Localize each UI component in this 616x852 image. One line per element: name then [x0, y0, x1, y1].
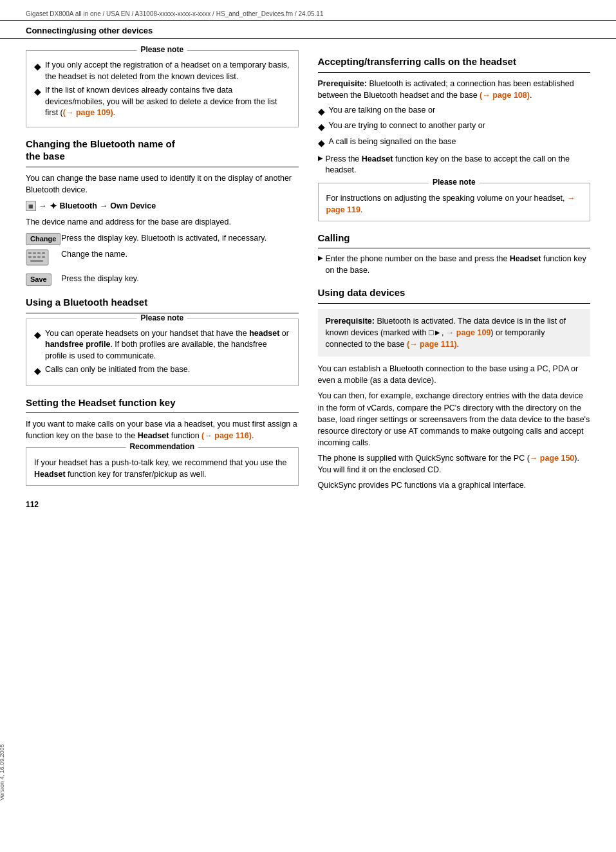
headset-note-content: ◆ You can operate headsets on your hands… [34, 324, 290, 378]
using-data-heading: Using data devices [318, 286, 591, 299]
rec-content: If your headset has a push-to-talk key, … [34, 453, 290, 480]
sep-right-1 [318, 72, 591, 73]
right-item-3: ◆ A call is being signalled on the base [318, 136, 591, 150]
sep-right-2 [318, 248, 591, 248]
action-desc-2: Change the name. [61, 249, 299, 261]
right-item-1: ◆ You are talking on the base or [318, 105, 591, 118]
recommendation-box: Recommendation If your headset has a pus… [26, 447, 299, 486]
calling-heading: Calling [318, 232, 591, 245]
right-please-note-content: For instructions on adjusting the speaki… [326, 189, 583, 216]
please-note-content-1: ◆ If you only accept the registration of… [34, 56, 290, 119]
using-data-prereq-text: Prerequisite: Bluetooth is activated. Th… [326, 315, 583, 350]
setting-headset-heading: Setting the Headset function key [26, 396, 299, 409]
svg-rect-5 [28, 256, 32, 258]
headset-note-bullet-1: ◆ [34, 329, 41, 342]
page-container: Gigaset DX800A all in one / USA EN / A31… [0, 0, 616, 852]
section-title: Connecting/using other devices [26, 23, 153, 35]
setting-headset-section: Setting the Headset function key If you … [26, 396, 299, 486]
sep-right-3 [318, 303, 591, 304]
action-key-keyboard [26, 249, 61, 270]
note-item-2: ◆ If the list of known devices already c… [34, 85, 290, 119]
action-row-1: Change Press the display key. Bluetooth … [26, 233, 299, 245]
header-text: Gigaset DX800A all in one / USA EN / A31… [26, 10, 323, 17]
right-action-text-1: Press the Headset function key on the ba… [326, 154, 591, 176]
svg-rect-1 [28, 252, 32, 254]
action-desc-3: Press the display key. [61, 273, 299, 285]
triangle-bullet-2: ▶ [318, 254, 323, 263]
actions-table: Change Press the display key. Bluetooth … [26, 233, 299, 286]
headset-note-item-2: ◆ Calls can only be initiated from the b… [34, 364, 290, 378]
menu-icon: ▦ [26, 201, 36, 211]
using-data-body1: You can establish a Bluetooth connection… [318, 363, 591, 386]
bluetooth-symbol: ✦ [50, 201, 57, 211]
using-data-body2: You can then, for example, exchange dire… [318, 390, 591, 449]
using-headset-section: Using a Bluetooth headset Please note ◆ … [26, 296, 299, 386]
right-text-3: A call is being signalled on the base [329, 136, 456, 148]
calling-action-text: Enter the phone number on the base and p… [326, 254, 591, 276]
calling-section: Calling ▶ Enter the phone number on the … [318, 232, 591, 277]
right-text-2: You are trying to connect to another par… [329, 120, 485, 132]
right-please-note-title: Please note [429, 178, 480, 187]
page-header: Gigaset DX800A all in one / USA EN / A31… [0, 6, 616, 21]
nav-path: ▦ → ✦ Bluetooth → Own Device [26, 201, 299, 211]
accepting-prerequisite: Prerequisite: Bluetooth is activated; a … [318, 78, 591, 101]
right-please-note-body: For instructions on adjusting the speaki… [326, 192, 583, 216]
setting-headset-body: If you want to make calls on your base v… [26, 418, 299, 441]
headset-note-bullet-2: ◆ [34, 365, 41, 378]
svg-rect-6 [33, 256, 36, 258]
note-item-1: ◆ If you only accept the registration of… [34, 60, 290, 82]
changing-bluetooth-heading: Changing the Bluetooth name ofthe base [26, 138, 299, 163]
using-data-section: Using data devices Prerequisite: Bluetoo… [318, 286, 591, 491]
right-item-2: ◆ You are trying to connect to another p… [318, 120, 591, 134]
right-bullet-3: ◆ [318, 137, 325, 150]
rec-title: Recommendation [126, 442, 198, 451]
changing-bluetooth-section: Changing the Bluetooth name ofthe base Y… [26, 138, 299, 286]
svg-rect-3 [37, 252, 41, 254]
version-text: Version 4, 16.09.2005 [0, 744, 5, 801]
action-row-2: Change the name. [26, 249, 299, 270]
note-text-2: If the list of known devices already con… [45, 85, 290, 119]
triangle-bullet-1: ▶ [318, 154, 323, 163]
svg-rect-9 [30, 260, 43, 262]
note-text-1: If you only accept the registration of a… [45, 60, 290, 82]
headset-please-note-title: Please note [136, 313, 187, 322]
using-data-body3: The phone is supplied with QuickSync sof… [318, 452, 591, 476]
right-text-1: You are talking on the base or [329, 105, 436, 116]
action-key-save: Save [26, 273, 61, 286]
right-bullet-1: ◆ [318, 106, 325, 118]
using-data-prereq-box: Prerequisite: Bluetooth is activated. Th… [318, 309, 591, 357]
nav-bt-label: Bluetooth [60, 201, 97, 210]
nav-arrow-2: → [100, 201, 108, 210]
action-key-change: Change [26, 233, 61, 245]
svg-rect-4 [42, 252, 45, 254]
action-desc-1: Press the display key. Bluetooth is acti… [61, 233, 299, 245]
headset-note-text-1: You can operate headsets on your handset… [45, 328, 290, 362]
right-action-1: ▶ Press the Headset function key on the … [318, 154, 591, 176]
right-bullet-2: ◆ [318, 121, 325, 134]
accepting-calls-heading: Accepting/transferring calls on the head… [318, 55, 591, 68]
keyboard-icon [26, 249, 49, 266]
nav-desc: The device name and address for the base… [26, 216, 299, 228]
calling-action: ▶ Enter the phone number on the base and… [318, 254, 591, 276]
svg-rect-2 [33, 252, 36, 254]
changing-bluetooth-body: You can change the base name used to ide… [26, 172, 299, 196]
using-data-body4: QuickSync provides PC functions via a gr… [318, 479, 591, 491]
note-bullet-1: ◆ [34, 60, 41, 73]
right-please-note-box: Please note For instructions on adjustin… [318, 183, 591, 221]
left-column: Please note ◆ If you only accept the reg… [26, 45, 299, 495]
headset-note-item-1: ◆ You can operate headsets on your hands… [34, 328, 290, 362]
sep-3 [26, 412, 299, 413]
svg-rect-8 [42, 256, 45, 258]
content-area: Please note ◆ If you only accept the reg… [0, 45, 616, 495]
headset-note-text-2: Calls can only be initiated from the bas… [45, 364, 190, 376]
please-note-title-1: Please note [136, 45, 187, 54]
sep-1 [26, 167, 299, 167]
page-number: 112 [0, 495, 616, 509]
nav-arrow-1: → [39, 201, 47, 210]
svg-rect-7 [37, 256, 41, 258]
headset-please-note-box: Please note ◆ You can operate headsets o… [26, 319, 299, 386]
accepting-calls-section: Accepting/transferring calls on the head… [318, 55, 591, 221]
note-bullet-2: ◆ [34, 86, 41, 98]
using-headset-heading: Using a Bluetooth headset [26, 296, 299, 309]
action-row-3: Save Press the display key. [26, 273, 299, 286]
